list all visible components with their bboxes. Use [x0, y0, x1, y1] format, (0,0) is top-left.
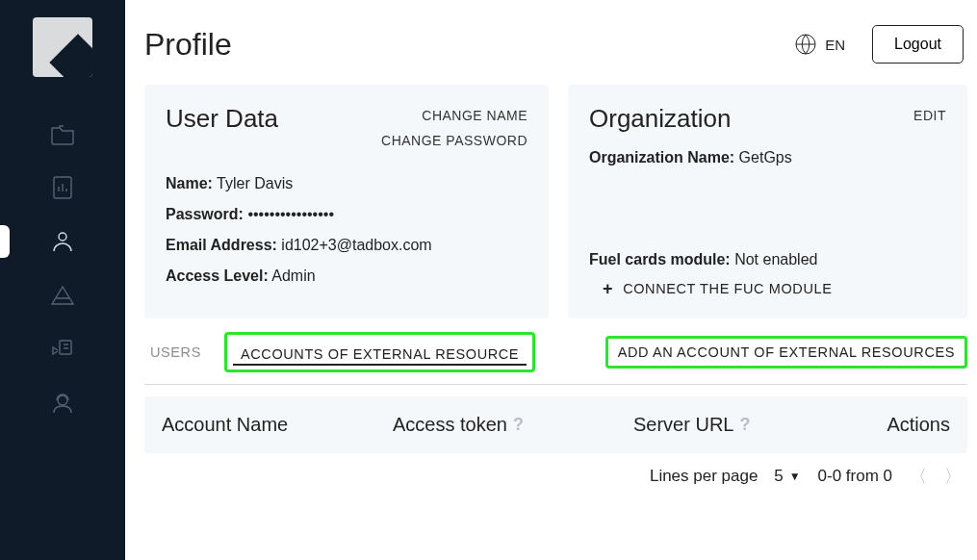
support-icon[interactable] — [50, 391, 75, 416]
page-prev-button[interactable]: 〈 — [910, 465, 927, 488]
user-access-field: Access Level: Admin — [166, 267, 527, 285]
language-label: EN — [825, 37, 845, 53]
triangle-icon[interactable] — [50, 283, 75, 308]
caret-down-icon: ▼ — [789, 470, 801, 483]
org-card-actions: EDIT — [913, 104, 946, 123]
separator — [144, 384, 967, 385]
fuel-module-value: Not enabled — [734, 251, 817, 267]
user-email-label: Email Address: — [166, 237, 277, 253]
plus-icon: + — [603, 280, 613, 297]
user-password-value: •••••••••••••••• — [247, 206, 334, 222]
cards-row: User Data CHANGE NAME CHANGE PASSWORD Na… — [144, 85, 967, 318]
page-next-button[interactable]: 〉 — [944, 465, 962, 488]
add-external-account-button[interactable]: ADD AN ACCOUNT OF EXTERNAL RESOURCES — [605, 336, 967, 369]
org-fuel-section: Fuel cards module: Not enabled + CONNECT… — [589, 251, 946, 297]
tab-external-accounts[interactable]: ACCOUNTS OF EXTERNAL RESOURCE — [224, 332, 535, 372]
change-password-button[interactable]: CHANGE PASSWORD — [381, 133, 527, 148]
pagination: Lines per page 5 ▼ 0-0 from 0 〈 〉 — [144, 453, 967, 488]
org-card-header: Organization EDIT — [589, 104, 946, 134]
announcement-icon[interactable] — [50, 337, 75, 362]
lines-per-page-value: 5 — [774, 467, 783, 486]
org-card-title: Organization — [589, 104, 731, 134]
col-server-url-label: Server URL — [633, 414, 733, 436]
user-name-field: Name: Tyler Davis — [166, 175, 527, 192]
tab-users[interactable]: USERS — [144, 335, 207, 369]
accounts-tabs-row: USERS ACCOUNTS OF EXTERNAL RESOURCE ADD … — [144, 332, 967, 372]
user-email-field: Email Address: id102+3@tadbox.com — [166, 237, 527, 254]
user-card-actions: CHANGE NAME CHANGE PASSWORD — [381, 104, 527, 148]
user-email-value: id102+3@tadbox.com — [281, 237, 431, 253]
header-controls: EN Logout — [794, 25, 964, 64]
org-name-field: Organization Name: GetGps — [589, 149, 946, 166]
col-server-url: Server URL ? — [633, 414, 874, 436]
logout-button[interactable]: Logout — [872, 25, 964, 64]
edit-org-button[interactable]: EDIT — [913, 108, 946, 123]
organization-card: Organization EDIT Organization Name: Get… — [568, 85, 967, 318]
col-account-name: Account Name — [162, 414, 393, 436]
user-password-field: Password: •••••••••••••••• — [166, 206, 527, 223]
org-name-value: GetGps — [739, 149, 792, 165]
language-selector[interactable]: EN — [794, 33, 845, 56]
page-header: Profile EN Logout — [144, 25, 967, 64]
help-icon[interactable]: ? — [739, 415, 750, 435]
col-actions: Actions — [874, 414, 950, 436]
user-name-value: Tyler Davis — [217, 175, 293, 191]
sidebar — [0, 0, 125, 560]
pagination-range: 0-0 from 0 — [818, 467, 892, 486]
user-password-label: Password: — [166, 206, 244, 222]
user-fields: Name: Tyler Davis Password: ••••••••••••… — [166, 175, 527, 285]
col-access-token: Access token ? — [393, 414, 633, 436]
user-access-label: Access Level: — [166, 267, 269, 284]
folder-icon[interactable] — [50, 121, 75, 146]
app-logo — [33, 17, 92, 77]
user-name-label: Name: — [166, 175, 213, 191]
help-icon[interactable]: ? — [513, 415, 524, 435]
col-access-token-label: Access token — [393, 414, 507, 436]
user-access-value: Admin — [271, 267, 315, 284]
change-name-button[interactable]: CHANGE NAME — [422, 108, 527, 123]
connect-fuc-label: CONNECT THE FUC MODULE — [623, 281, 832, 296]
user-data-card: User Data CHANGE NAME CHANGE PASSWORD Na… — [144, 85, 549, 318]
fuel-module-field: Fuel cards module: Not enabled — [589, 251, 946, 268]
svg-point-3 — [58, 395, 67, 405]
user-card-header: User Data CHANGE NAME CHANGE PASSWORD — [166, 104, 527, 148]
org-fields: Organization Name: GetGps — [589, 149, 946, 166]
globe-icon — [794, 33, 817, 56]
page-title: Profile — [144, 27, 232, 63]
user-card-title: User Data — [166, 104, 278, 134]
table-header: Account Name Access token ? Server URL ?… — [144, 396, 967, 453]
fuel-module-label: Fuel cards module: — [589, 251, 731, 267]
profile-icon[interactable] — [50, 229, 75, 254]
org-name-label: Organization Name: — [589, 149, 734, 165]
connect-fuc-button[interactable]: + CONNECT THE FUC MODULE — [589, 280, 946, 297]
svg-point-1 — [59, 233, 66, 241]
lines-per-page-label: Lines per page — [650, 467, 758, 486]
report-icon[interactable] — [50, 175, 75, 200]
svg-rect-2 — [60, 341, 71, 354]
sidebar-nav — [50, 121, 75, 416]
lines-per-page-control[interactable]: Lines per page 5 ▼ — [650, 467, 801, 486]
main-content: Profile EN Logout User Data CHANGE NAME … — [125, 0, 977, 560]
